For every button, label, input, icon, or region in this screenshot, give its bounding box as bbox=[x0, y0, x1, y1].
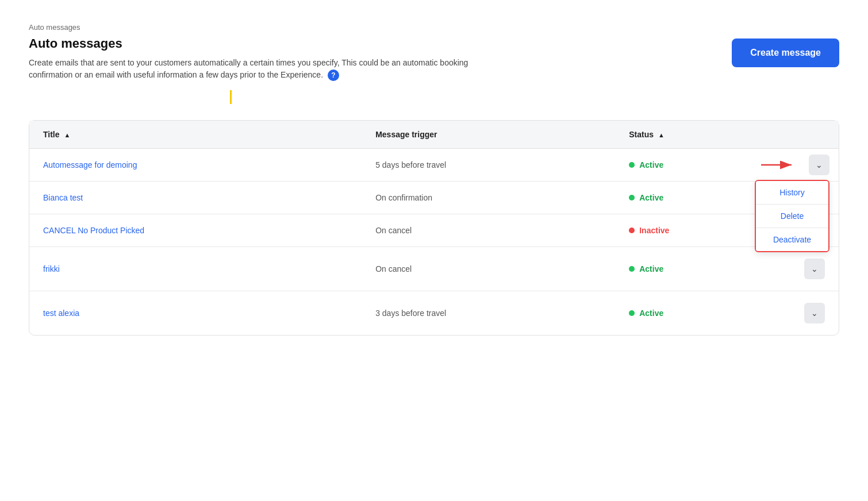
status-text: Active bbox=[639, 309, 663, 318]
row-trigger-cell: 3 days before travel bbox=[362, 291, 615, 336]
row-title-cell: frikki bbox=[29, 247, 362, 291]
table-row: test alexia 3 days before travel Active … bbox=[29, 291, 839, 336]
header-row: Auto messages Create emails that are sen… bbox=[29, 36, 839, 81]
row-actions-cell: ⌄ History Delete Deactivate bbox=[790, 149, 839, 182]
yellow-bar-decoration bbox=[230, 90, 232, 104]
row-title-cell: Bianca test bbox=[29, 182, 362, 214]
message-title-link[interactable]: frikki bbox=[43, 264, 60, 273]
row-actions-cell: ⌄ bbox=[790, 247, 839, 291]
messages-table: Title ▲ Message trigger Status ▲ Automes… bbox=[29, 121, 839, 335]
row-chevron-button[interactable]: ⌄ bbox=[809, 155, 829, 175]
status-dot-active bbox=[629, 266, 635, 272]
status-indicator: Active bbox=[629, 264, 777, 273]
table-row: Automessage for demoing 5 days before tr… bbox=[29, 149, 839, 182]
status-dot-inactive bbox=[629, 228, 635, 233]
create-message-button[interactable]: Create message bbox=[732, 38, 839, 67]
page-description: Create emails that are sent to your cust… bbox=[29, 57, 489, 81]
status-text: Active bbox=[639, 264, 663, 273]
message-title-link[interactable]: CANCEL No Product Picked bbox=[43, 226, 144, 235]
row-actions-cell: ⌄ bbox=[790, 291, 839, 336]
status-text: Inactive bbox=[639, 226, 669, 235]
status-dot-active bbox=[629, 162, 635, 168]
message-title-link[interactable]: test alexia bbox=[43, 309, 79, 318]
row-status-cell: Active bbox=[615, 291, 790, 336]
col-status: Status ▲ bbox=[615, 121, 790, 149]
row-title-cell: test alexia bbox=[29, 291, 362, 336]
table-container: Title ▲ Message trigger Status ▲ Automes… bbox=[29, 120, 839, 336]
table-row: frikki On cancel Active ⌄ bbox=[29, 247, 839, 291]
title-sort-arrow: ▲ bbox=[64, 132, 70, 138]
status-indicator: Active bbox=[629, 160, 777, 169]
status-dot-active bbox=[629, 195, 635, 201]
status-sort-arrow: ▲ bbox=[658, 132, 665, 138]
row-chevron-button[interactable]: ⌄ bbox=[804, 259, 825, 279]
help-icon[interactable]: ? bbox=[328, 70, 339, 81]
row-trigger-cell: On cancel bbox=[362, 247, 615, 291]
row-status-cell: Active bbox=[615, 247, 790, 291]
row-trigger-cell: On cancel bbox=[362, 214, 615, 247]
page-container: Auto messages Auto messages Create email… bbox=[0, 0, 868, 501]
dropdown-history[interactable]: History bbox=[756, 181, 828, 205]
dropdown-deactivate[interactable]: Deactivate bbox=[756, 228, 828, 251]
status-text: Active bbox=[639, 160, 663, 169]
col-actions bbox=[790, 121, 839, 149]
row-trigger-cell: 5 days before travel bbox=[362, 149, 615, 182]
page-title: Auto messages bbox=[29, 36, 489, 51]
col-title: Title ▲ bbox=[29, 121, 362, 149]
table-row: Bianca test On confirmation Active bbox=[29, 182, 839, 214]
message-title-link[interactable]: Automessage for demoing bbox=[43, 160, 137, 169]
status-indicator: Active bbox=[629, 309, 777, 318]
status-dot-active bbox=[629, 310, 635, 316]
row-title-cell: Automessage for demoing bbox=[29, 149, 362, 182]
table-header-row: Title ▲ Message trigger Status ▲ bbox=[29, 121, 839, 149]
dropdown-delete[interactable]: Delete bbox=[756, 205, 828, 228]
header-left: Auto messages Create emails that are sen… bbox=[29, 36, 489, 81]
message-title-link[interactable]: Bianca test bbox=[43, 193, 83, 202]
col-trigger: Message trigger bbox=[362, 121, 615, 149]
row-title-cell: CANCEL No Product Picked bbox=[29, 214, 362, 247]
row-trigger-cell: On confirmation bbox=[362, 182, 615, 214]
breadcrumb: Auto messages bbox=[29, 23, 839, 32]
row-dropdown-container: ⌄ History Delete Deactivate bbox=[809, 155, 829, 175]
row-chevron-button[interactable]: ⌄ bbox=[804, 303, 825, 323]
dropdown-menu: History Delete Deactivate bbox=[755, 180, 829, 252]
status-text: Active bbox=[639, 193, 663, 202]
table-row: CANCEL No Product Picked On cancel Inact… bbox=[29, 214, 839, 247]
row-status-cell: Active bbox=[615, 149, 790, 182]
